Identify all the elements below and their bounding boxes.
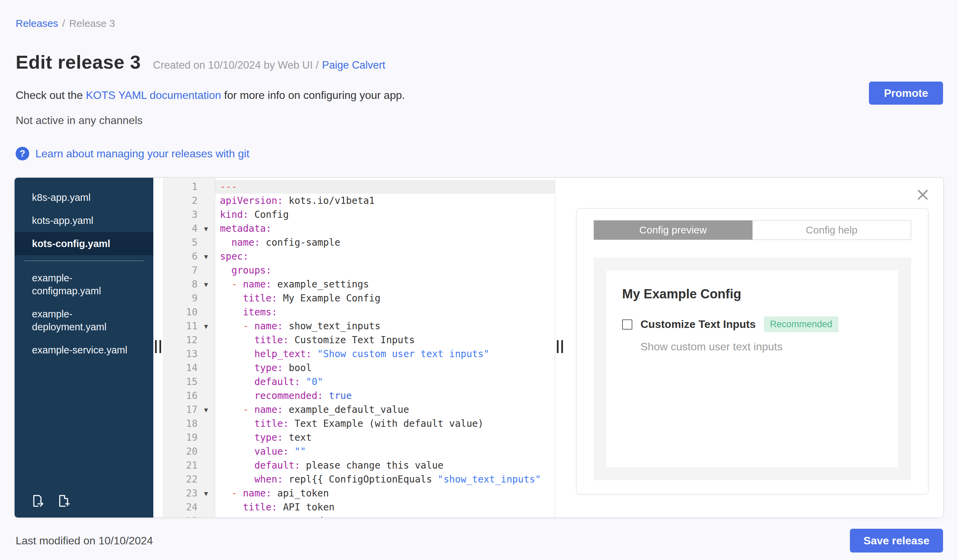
code-editor[interactable]: ---apiVersion: kots.io/v1beta1kind: Conf… [215, 178, 555, 517]
token-key: metadata: [220, 223, 272, 234]
line-number: 22 [163, 474, 198, 485]
gutter-line-6: 6▾ [163, 250, 215, 263]
token-key: spec: [220, 251, 249, 262]
token-plain: password [272, 516, 323, 517]
file-item-example-service-yaml[interactable]: example-service.yaml [14, 339, 153, 362]
sidebar-actions [30, 494, 71, 508]
code-line-5: name: config-sample [215, 236, 555, 250]
file-item-kots-app-yaml[interactable]: kots-app.yaml [14, 209, 153, 232]
gutter-line-15: 15 [163, 375, 215, 389]
line-number: 24 [163, 501, 198, 513]
token-key: title: [254, 418, 289, 429]
token-plain: My Example Config [278, 293, 381, 304]
token-plain [220, 334, 254, 346]
token-key: when: [254, 474, 283, 485]
token-key: type: [254, 362, 283, 373]
docs-suffix: for more info on configuring your app. [224, 89, 405, 101]
breadcrumb: Releases / Release 3 [16, 18, 115, 29]
gutter-line-24: 24 [163, 500, 215, 514]
line-number: 21 [163, 460, 198, 471]
gutter-line-4: 4▾ [163, 221, 215, 236]
fold-arrow-icon[interactable]: ▾ [198, 280, 214, 289]
token-key: recommended: [254, 390, 323, 401]
token-plain [300, 376, 306, 388]
token-plain [220, 320, 243, 332]
code-line-14: type: bool [215, 361, 555, 375]
token-plain [249, 404, 254, 415]
resize-handle-left[interactable] [155, 340, 161, 353]
code-line-21: default: please change this value [215, 459, 555, 472]
fold-arrow-icon[interactable]: ▾ [198, 224, 214, 233]
token-plain: api_token [272, 487, 329, 499]
line-number: 4 [163, 223, 198, 234]
line-number: 20 [163, 446, 198, 457]
gutter-line-23: 23▾ [163, 486, 215, 500]
resize-handle-right[interactable] [557, 340, 563, 353]
token-plain [220, 487, 232, 499]
file-list-divider [24, 261, 144, 261]
fold-arrow-icon[interactable]: ▾ [198, 322, 214, 331]
gutter-line-5: 5 [163, 236, 215, 250]
gutter-line-14: 14 [163, 361, 215, 375]
kots-yaml-docs-link[interactable]: KOTS YAML documentation [86, 89, 221, 101]
line-number: 9 [163, 293, 198, 304]
save-release-button[interactable]: Save release [850, 529, 943, 552]
token-plain: example_default_value [283, 404, 409, 415]
token-dash: - [232, 278, 237, 290]
line-number: 1 [163, 181, 198, 192]
fold-arrow-icon[interactable]: ▾ [198, 405, 214, 414]
editor-shell: k8s-app.yamlkots-app.yamlkots-config.yam… [14, 177, 944, 518]
file-item-example-deployment-yaml[interactable]: example-deployment.yaml [14, 302, 153, 339]
file-item-k8s-app-yaml[interactable]: k8s-app.yaml [14, 186, 153, 209]
token-key: name: [254, 404, 283, 415]
close-icon[interactable]: × [915, 185, 931, 204]
config-preview-pane: × Config preview Config help My Example … [565, 178, 944, 517]
gutter-line-19: 19 [163, 430, 215, 445]
fold-arrow-icon[interactable]: ▾ [198, 252, 214, 261]
breadcrumb-current: Release 3 [69, 18, 115, 29]
breadcrumb-releases-link[interactable]: Releases [16, 18, 58, 29]
customize-text-inputs-checkbox[interactable] [622, 320, 632, 330]
gutter-line-11: 11▾ [163, 319, 215, 333]
line-number: 17 [163, 404, 198, 415]
new-file-icon[interactable] [57, 494, 71, 508]
git-releases-link[interactable]: Learn about managing your releases with … [35, 147, 249, 160]
tab-config-preview[interactable]: Config preview [594, 220, 752, 240]
code-line-4: metadata: [215, 221, 555, 236]
last-modified-text: Last modified on 10/10/2024 [16, 535, 153, 547]
tab-config-help[interactable]: Config help [752, 220, 911, 240]
import-file-icon[interactable] [30, 494, 44, 508]
token-key: default: [254, 376, 300, 388]
token-plain: Config [249, 209, 289, 220]
token-key: type: [254, 432, 283, 443]
created-text: Created on 10/10/2024 by Web UI / [153, 59, 319, 71]
token-plain [220, 404, 243, 415]
token-string: "Show custom user text inputs" [317, 348, 490, 359]
code-line-11: - name: show_text_inputs [215, 319, 555, 333]
token-plain [220, 237, 232, 248]
token-plain [220, 418, 254, 429]
gutter-line-21: 21 [163, 459, 215, 472]
promote-button[interactable]: Promote [869, 82, 943, 104]
token-key: type: [243, 516, 271, 517]
code-line-7: groups: [215, 263, 555, 277]
token-key: name: [232, 237, 260, 248]
git-help-row: ? Learn about managing your releases wit… [16, 147, 249, 160]
gutter-line-12: 12 [163, 333, 215, 347]
line-number: 15 [163, 376, 198, 388]
token-plain [220, 501, 243, 513]
token-plain: config-sample [260, 237, 340, 248]
code-line-3: kind: Config [215, 207, 555, 221]
token-plain: Text Example (with default value) [289, 418, 484, 429]
token-plain [220, 474, 254, 485]
line-number-gutter: 1234▾56▾78▾91011▾121314151617▾1819202122… [163, 178, 215, 517]
token-plain [237, 487, 243, 499]
token-plain: please change this value [300, 460, 443, 471]
file-item-kots-config-yaml[interactable]: kots-config.yaml [14, 232, 153, 255]
token-plain: text [283, 432, 311, 443]
file-item-example-configmap-yaml[interactable]: example-configmap.yaml [14, 266, 153, 302]
author-link[interactable]: Paige Calvert [322, 59, 385, 71]
line-number: 18 [163, 418, 198, 429]
fold-arrow-icon[interactable]: ▾ [198, 489, 214, 498]
gutter-line-3: 3 [163, 207, 215, 221]
